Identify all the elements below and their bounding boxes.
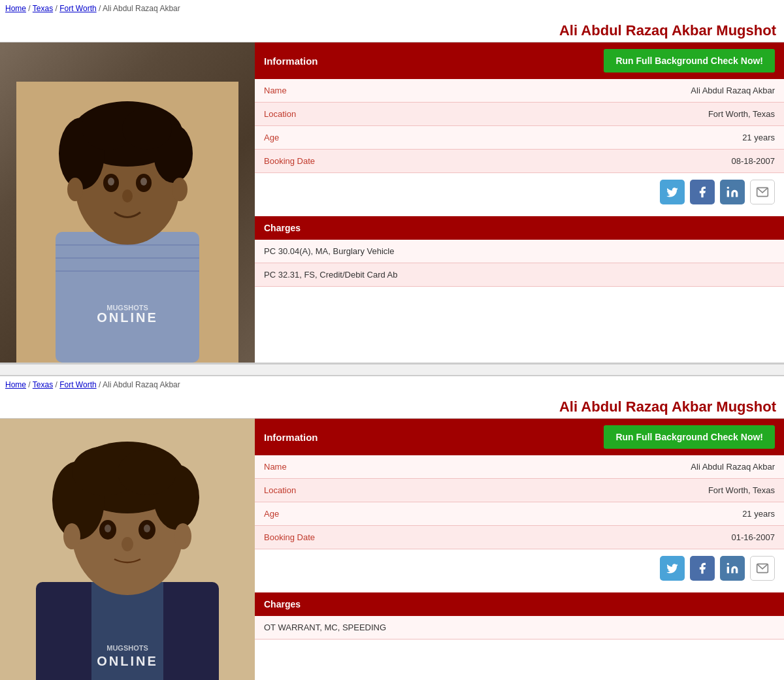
info-row: NameAli Abdul Razaq Akbar — [255, 455, 784, 479]
info-row: Age21 years — [255, 502, 784, 526]
record-1: Home / Texas / Fort Worth / Ali Abdul Ra… — [0, 376, 784, 680]
charges-header: Charges — [255, 592, 784, 616]
record-section: MUGSHOTS ONLINE InformationRun Full Back… — [0, 418, 784, 680]
record-divider — [0, 363, 784, 376]
field-value: Ali Abdul Razaq Akbar — [372, 79, 784, 103]
social-share-row — [255, 173, 784, 211]
svg-point-13 — [122, 189, 133, 202]
field-label: Booking Date — [255, 526, 372, 549]
svg-point-39 — [174, 523, 191, 549]
svg-point-36 — [144, 525, 150, 532]
email-share-button[interactable] — [750, 180, 775, 204]
mugshot-column: MUGSHOTS ONLINE — [0, 42, 255, 363]
social-share-row — [255, 549, 784, 587]
mugshot-image: MUGSHOTS ONLINE — [0, 42, 255, 363]
info-row: Booking Date08-18-2007 — [255, 150, 784, 173]
info-row: NameAli Abdul Razaq Akbar — [255, 79, 784, 103]
field-value: 21 years — [372, 502, 784, 526]
breadcrumb-home[interactable]: Home — [5, 380, 26, 389]
breadcrumb: Home / Texas / Fort Worth / Ali Abdul Ra… — [0, 0, 784, 17]
breadcrumb-name: Ali Abdul Razaq Akbar — [103, 4, 180, 13]
svg-text:ONLINE: ONLINE — [97, 654, 158, 668]
field-value: 08-18-2007 — [372, 150, 784, 173]
info-row: LocationFort Worth, Texas — [255, 103, 784, 126]
field-label: Location — [255, 103, 372, 126]
svg-text:MUGSHOTS: MUGSHOTS — [106, 644, 148, 652]
svg-point-42 — [727, 563, 729, 565]
charge-row: PC 32.31, FS, Credit/Debit Card Ab — [255, 263, 784, 287]
page-title: Ali Abdul Razaq Akbar Mugshot — [0, 17, 784, 42]
svg-point-12 — [140, 178, 147, 186]
info-table: NameAli Abdul Razaq AkbarLocationFort Wo… — [255, 79, 784, 173]
email-share-button[interactable] — [750, 556, 775, 581]
record-0: Home / Texas / Fort Worth / Ali Abdul Ra… — [0, 0, 784, 363]
info-header: InformationRun Full Background Check Now… — [255, 42, 784, 79]
record-section: MUGSHOTS ONLINE InformationRun Full Back… — [0, 42, 784, 363]
svg-text:ONLINE: ONLINE — [97, 310, 158, 325]
svg-point-38 — [63, 523, 80, 549]
field-value: 21 years — [372, 126, 784, 150]
info-row: LocationFort Worth, Texas — [255, 479, 784, 502]
twitter-share-button[interactable] — [660, 556, 685, 581]
svg-rect-1 — [56, 232, 199, 363]
charge-row: OT WARRANT, MC, SPEEDING — [255, 616, 784, 640]
facebook-share-button[interactable] — [690, 180, 715, 204]
info-row: Booking Date01-16-2007 — [255, 526, 784, 549]
field-value: 01-16-2007 — [372, 526, 784, 549]
breadcrumb-state[interactable]: Texas — [33, 380, 53, 389]
field-value: Fort Worth, Texas — [372, 479, 784, 502]
breadcrumb-name: Ali Abdul Razaq Akbar — [103, 380, 180, 389]
linkedin-share-button[interactable] — [720, 180, 745, 204]
mugshot-column: MUGSHOTS ONLINE — [0, 419, 255, 680]
charge-row: PC 30.04(A), MA, Burglary Vehicle — [255, 240, 784, 263]
info-row: Age21 years — [255, 126, 784, 150]
field-label: Age — [255, 126, 372, 150]
breadcrumb-city[interactable]: Fort Worth — [59, 4, 96, 13]
twitter-share-button[interactable] — [660, 180, 685, 204]
svg-point-8 — [122, 108, 172, 150]
svg-point-35 — [105, 525, 111, 532]
charges-header: Charges — [255, 216, 784, 240]
info-header: InformationRun Full Background Check Now… — [255, 419, 784, 455]
field-label: Age — [255, 502, 372, 526]
field-label: Booking Date — [255, 150, 372, 173]
info-label: Information — [264, 56, 318, 67]
mugshot-svg-2: MUGSHOTS ONLINE — [0, 419, 255, 680]
breadcrumb-state[interactable]: Texas — [33, 4, 53, 13]
info-table: NameAli Abdul Razaq AkbarLocationFort Wo… — [255, 455, 784, 549]
field-value: Fort Worth, Texas — [372, 103, 784, 126]
breadcrumb-city[interactable]: Fort Worth — [59, 380, 96, 389]
svg-point-14 — [67, 178, 83, 201]
field-value: Ali Abdul Razaq Akbar — [372, 455, 784, 479]
breadcrumb-home[interactable]: Home — [5, 4, 26, 13]
svg-point-21 — [727, 187, 729, 189]
info-column: InformationRun Full Background Check Now… — [255, 42, 784, 363]
page-title: Ali Abdul Razaq Akbar Mugshot — [0, 393, 784, 418]
facebook-share-button[interactable] — [690, 556, 715, 581]
linkedin-share-button[interactable] — [720, 556, 745, 581]
svg-point-32 — [118, 449, 176, 495]
svg-point-11 — [108, 178, 114, 186]
mugshot-svg: MUGSHOTS ONLINE — [16, 82, 238, 363]
breadcrumb: Home / Texas / Fort Worth / Ali Abdul Ra… — [0, 376, 784, 393]
svg-point-37 — [122, 537, 133, 551]
field-label: Name — [255, 455, 372, 479]
svg-point-15 — [172, 178, 188, 201]
background-check-button[interactable]: Run Full Background Check Now! — [604, 49, 775, 73]
info-label: Information — [264, 432, 318, 443]
info-column: InformationRun Full Background Check Now… — [255, 419, 784, 680]
field-label: Location — [255, 479, 372, 502]
background-check-button[interactable]: Run Full Background Check Now! — [604, 425, 775, 449]
field-label: Name — [255, 79, 372, 103]
mugshot-image: MUGSHOTS ONLINE — [0, 419, 255, 680]
